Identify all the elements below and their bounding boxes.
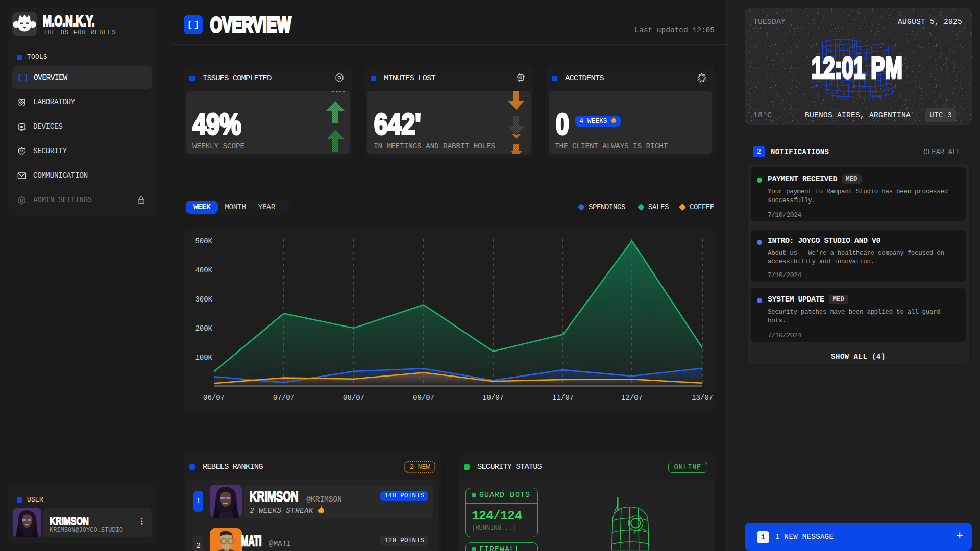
svg-text:10/07: 10/07	[482, 394, 504, 402]
svg-text:12/07: 12/07	[621, 394, 643, 402]
svg-text:06/07: 06/07	[203, 394, 225, 402]
svg-text:100K: 100K	[195, 354, 212, 362]
svg-text:09/07: 09/07	[413, 394, 434, 402]
svg-text:400K: 400K	[195, 266, 212, 274]
svg-text:08/07: 08/07	[343, 394, 364, 402]
svg-text:13/07: 13/07	[692, 394, 713, 402]
svg-text:11/07: 11/07	[552, 394, 574, 402]
svg-text:200K: 200K	[195, 324, 212, 333]
svg-text:300K: 300K	[195, 295, 212, 304]
svg-text:07/07: 07/07	[273, 394, 295, 402]
svg-text:500K: 500K	[195, 237, 212, 245]
